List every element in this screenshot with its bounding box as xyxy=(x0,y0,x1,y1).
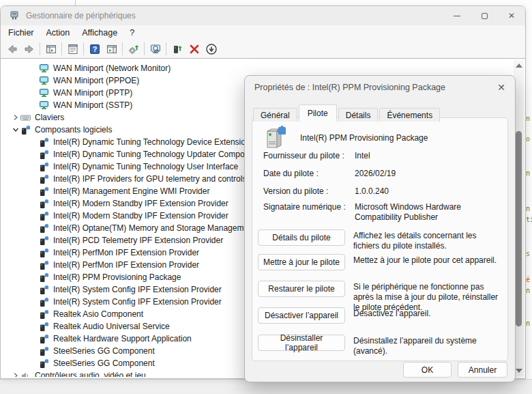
tree-item-label: Realtek Audio Universal Service xyxy=(53,322,170,331)
scroll-up-icon[interactable] xyxy=(516,64,522,68)
tree-item-label: Intel(R) Modern Standby IPF Extension Pr… xyxy=(53,199,228,208)
dialog-tab[interactable]: Pilote xyxy=(299,104,337,122)
driver-action-button[interactable]: Détails du pilote xyxy=(258,229,345,246)
chevron-right-icon[interactable] xyxy=(11,113,20,122)
keyboard-icon xyxy=(20,113,31,123)
dialog-close-icon[interactable]: ✕ xyxy=(497,83,505,92)
forward-icon[interactable] xyxy=(20,41,38,57)
properties-dialog: Propriétés de : Intel(R) PPM Provisionin… xyxy=(244,75,516,382)
dialog-titlebar: Propriétés de : Intel(R) PPM Provisionin… xyxy=(245,76,515,99)
tree-item-label: SteelSeries GG Component xyxy=(53,358,155,368)
field-label: Fournisseur du pilote : xyxy=(263,151,355,161)
background-text-fragment: n xyxy=(526,287,530,294)
tree-item-label: Intel(R) PPM Provisioning Package xyxy=(53,272,181,282)
tree-item[interactable]: WAN Miniport (Network Monitor) xyxy=(1,62,513,74)
menu-item[interactable]: ? xyxy=(123,27,141,39)
tree-item-label: SteelSeries GG Component xyxy=(53,346,155,356)
device-name: Intel(R) PPM Provisioning Package xyxy=(300,133,428,143)
network-adapter-icon xyxy=(39,88,49,98)
software-component-icon xyxy=(39,162,49,172)
scan-hardware-icon[interactable] xyxy=(147,41,164,57)
uninstall-device-icon[interactable] xyxy=(186,41,203,57)
svg-text:?: ? xyxy=(92,45,97,53)
properties-icon[interactable] xyxy=(64,41,81,57)
background-editor-sliver: n o n n ti s é n n xyxy=(525,5,532,379)
menu-item[interactable]: Action xyxy=(40,27,76,39)
window-title: Gestionnaire de périphériques xyxy=(26,11,136,20)
dialog-tab[interactable]: Événements xyxy=(379,108,440,122)
driver-action-button[interactable]: Mettre à jour le pilote xyxy=(258,254,345,270)
dialog-footer: OK Annuler xyxy=(403,362,507,378)
back-icon[interactable] xyxy=(3,41,20,57)
software-component-icon xyxy=(39,309,49,320)
menu-bar: Fichier Action Affichage ? xyxy=(1,25,525,40)
tree-item-label: WAN Miniport (PPPOE) xyxy=(53,76,139,85)
minimize-button[interactable] xyxy=(443,6,471,25)
network-adapter-icon xyxy=(39,64,49,74)
driver-action-button[interactable]: Désactiver l’appareil xyxy=(258,307,345,324)
tree-item-label: Intel(R) Dynamic Tuning Technology Devic… xyxy=(53,137,250,147)
driver-action-button[interactable]: Désinstaller l’appareil xyxy=(258,335,345,351)
network-adapter-icon xyxy=(39,76,49,86)
background-text-fragment: n xyxy=(526,115,530,122)
menu-item[interactable]: Affichage xyxy=(76,27,123,39)
disable-device-icon[interactable] xyxy=(203,41,220,57)
software-component-icon xyxy=(39,174,49,184)
background-text-fragment: ti xyxy=(526,216,532,223)
background-text-fragment: n xyxy=(526,205,530,212)
device-manager-app-icon xyxy=(9,10,20,21)
help-icon[interactable]: ? xyxy=(86,41,103,57)
network-adapter-icon xyxy=(39,100,49,111)
close-button[interactable]: ✕ xyxy=(498,6,525,25)
tree-item-label: Intel(R) Modern Standby IPF Extension Pr… xyxy=(53,211,228,221)
menu-item[interactable]: Fichier xyxy=(2,27,40,39)
console-tree-icon[interactable] xyxy=(42,41,59,57)
device-icon xyxy=(262,125,288,151)
software-component-icon xyxy=(39,334,49,344)
driver-action-row: Mettre à jour le pilote Mettez à jour le… xyxy=(258,254,499,270)
driver-field-row: Fournisseur du pilote : Intel xyxy=(263,151,499,161)
software-component-icon xyxy=(39,358,49,369)
ok-button[interactable]: OK xyxy=(403,362,452,378)
driver-action-button[interactable]: Restaurer le pilote xyxy=(258,281,345,297)
driver-field-row: Version du pilote : 1.0.0.240 xyxy=(263,186,499,197)
driver-action-row: Désactiver l’appareil Désactivez l’appar… xyxy=(258,307,499,324)
device-header: Intel(R) PPM Provisioning Package xyxy=(262,125,428,151)
tree-item-label: Intel(R) Optane(TM) Memory and Storage M… xyxy=(53,223,255,233)
scrollbar-thumb[interactable] xyxy=(516,131,522,326)
cancel-button[interactable]: Annuler xyxy=(458,362,507,378)
background-text-fragment: o xyxy=(526,135,530,143)
tree-item-label: Intel(R) PerfMon IPF Extension Provider xyxy=(53,260,199,270)
tree-item-label: WAN Miniport (Network Monitor) xyxy=(53,64,171,73)
scroll-down-icon[interactable] xyxy=(516,369,522,373)
dialog-tab[interactable]: Général xyxy=(253,108,297,122)
maximize-icon xyxy=(482,13,488,19)
toolbar-separator xyxy=(83,42,84,55)
dialog-tabs: Général Pilote Détails Événements xyxy=(253,104,441,122)
tree-item-label: Contrôleurs audio, vidéo et jeu xyxy=(35,371,146,377)
toolbar-separator xyxy=(144,42,145,55)
toolbar-separator xyxy=(166,42,166,55)
background-text-fragment: n xyxy=(526,320,530,327)
driver-field-row: Date du pilote : 2026/02/19 xyxy=(263,169,499,179)
chevron-down-icon[interactable] xyxy=(11,125,20,135)
chevron-right-icon[interactable] xyxy=(11,371,20,377)
software-component-icon xyxy=(39,137,49,147)
software-component-icon xyxy=(39,322,49,332)
toolbar-separator xyxy=(122,42,123,55)
software-component-icon xyxy=(39,346,49,356)
background-divider xyxy=(75,0,76,5)
software-component-icon xyxy=(39,260,49,270)
dialog-title: Propriétés de : Intel(R) PPM Provisionin… xyxy=(254,83,445,92)
background-window-strip xyxy=(0,0,532,5)
dialog-tab[interactable]: Détails xyxy=(338,108,379,122)
tree-item-label: WAN Miniport (PPTP) xyxy=(53,88,132,98)
maximize-button[interactable] xyxy=(471,6,498,25)
tree-item-label: Realtek Hardware Support Application xyxy=(53,334,192,343)
driver-action-row: Désinstaller l’appareil Désinstallez l’a… xyxy=(258,335,499,356)
update-driver-icon[interactable] xyxy=(125,41,142,57)
tree-item-label: Intel(R) Dynamic Tuning Technology User … xyxy=(53,162,238,171)
action-pane-icon[interactable] xyxy=(103,41,120,57)
tree-item-label: Intel(R) System Config IPF Extension Pro… xyxy=(53,285,222,294)
add-driver-icon[interactable] xyxy=(168,41,186,57)
